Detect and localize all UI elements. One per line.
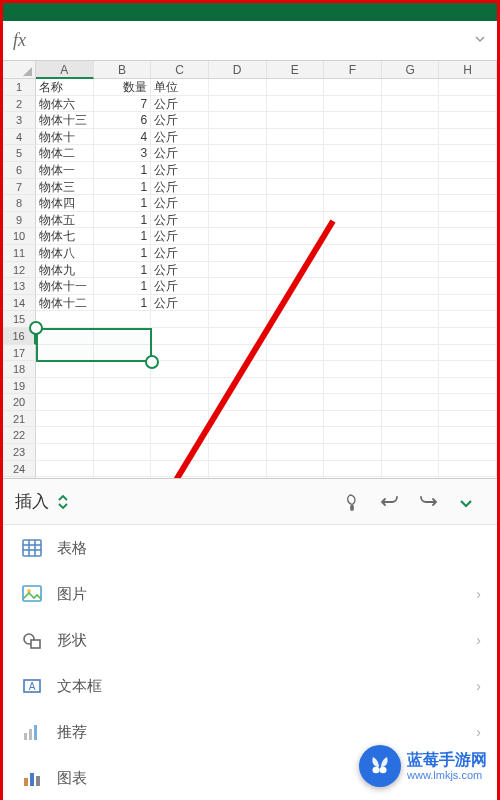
cell[interactable]: 公斤 bbox=[151, 295, 209, 312]
cell[interactable] bbox=[209, 477, 267, 479]
cell[interactable]: 物体十三 bbox=[36, 112, 94, 129]
cell[interactable] bbox=[267, 112, 325, 129]
cell[interactable]: 1 bbox=[94, 262, 152, 279]
cell[interactable] bbox=[324, 179, 382, 196]
cell[interactable] bbox=[94, 477, 152, 479]
cell[interactable]: 物体十二 bbox=[36, 295, 94, 312]
row-header[interactable]: 13 bbox=[3, 278, 36, 295]
cell[interactable]: 物体九 bbox=[36, 262, 94, 279]
cell[interactable]: 物体二 bbox=[36, 145, 94, 162]
cell[interactable] bbox=[151, 444, 209, 461]
cell[interactable] bbox=[382, 96, 440, 113]
cell[interactable] bbox=[324, 145, 382, 162]
cell[interactable] bbox=[267, 145, 325, 162]
row-header[interactable]: 22 bbox=[3, 427, 36, 444]
cell[interactable] bbox=[151, 394, 209, 411]
cell[interactable] bbox=[209, 427, 267, 444]
cell[interactable] bbox=[151, 411, 209, 428]
cell[interactable]: 1 bbox=[94, 228, 152, 245]
cell[interactable] bbox=[209, 162, 267, 179]
cell[interactable] bbox=[36, 378, 94, 395]
cell[interactable]: 物体四 bbox=[36, 195, 94, 212]
cell[interactable] bbox=[209, 145, 267, 162]
column-header[interactable]: E bbox=[267, 61, 325, 79]
cell[interactable] bbox=[382, 79, 440, 96]
cell[interactable] bbox=[94, 378, 152, 395]
cell[interactable] bbox=[36, 411, 94, 428]
cell[interactable] bbox=[267, 245, 325, 262]
cell[interactable]: 7 bbox=[94, 96, 152, 113]
cell[interactable] bbox=[209, 378, 267, 395]
cell[interactable] bbox=[267, 394, 325, 411]
cell[interactable] bbox=[382, 411, 440, 428]
cell[interactable] bbox=[382, 444, 440, 461]
cell[interactable] bbox=[324, 394, 382, 411]
cell[interactable] bbox=[382, 361, 440, 378]
cell[interactable] bbox=[382, 394, 440, 411]
cell[interactable] bbox=[439, 262, 497, 279]
row-header[interactable]: 6 bbox=[3, 162, 36, 179]
cell[interactable]: 物体七 bbox=[36, 228, 94, 245]
cell[interactable]: 公斤 bbox=[151, 228, 209, 245]
cell[interactable] bbox=[209, 394, 267, 411]
cell[interactable] bbox=[267, 79, 325, 96]
row-header[interactable]: 21 bbox=[3, 411, 36, 428]
row-headers[interactable]: 1234567891011121314151617181920212223242… bbox=[3, 79, 36, 479]
cell[interactable]: 数量 bbox=[94, 79, 152, 96]
cell[interactable] bbox=[324, 328, 382, 345]
cell[interactable]: 1 bbox=[94, 212, 152, 229]
cell[interactable] bbox=[382, 461, 440, 478]
cell[interactable] bbox=[439, 444, 497, 461]
cell[interactable] bbox=[324, 378, 382, 395]
cell[interactable]: 1 bbox=[94, 179, 152, 196]
cell[interactable] bbox=[382, 145, 440, 162]
cell[interactable] bbox=[267, 195, 325, 212]
cell[interactable] bbox=[36, 328, 94, 345]
cell[interactable] bbox=[151, 328, 209, 345]
column-header[interactable]: G bbox=[382, 61, 440, 79]
cell[interactable] bbox=[382, 129, 440, 146]
cell[interactable] bbox=[209, 345, 267, 362]
cell[interactable] bbox=[382, 311, 440, 328]
cell[interactable] bbox=[151, 361, 209, 378]
cell[interactable] bbox=[382, 228, 440, 245]
cell[interactable] bbox=[324, 195, 382, 212]
cell[interactable]: 3 bbox=[94, 145, 152, 162]
cell[interactable]: 公斤 bbox=[151, 179, 209, 196]
cell[interactable] bbox=[267, 328, 325, 345]
cell[interactable] bbox=[267, 361, 325, 378]
row-header[interactable]: 14 bbox=[3, 295, 36, 312]
cell[interactable] bbox=[439, 145, 497, 162]
cell[interactable]: 物体六 bbox=[36, 96, 94, 113]
cell[interactable]: 公斤 bbox=[151, 195, 209, 212]
cell[interactable] bbox=[209, 278, 267, 295]
cell[interactable]: 物体一 bbox=[36, 162, 94, 179]
cell[interactable] bbox=[382, 328, 440, 345]
column-header[interactable]: C bbox=[151, 61, 209, 79]
cell[interactable] bbox=[151, 477, 209, 479]
cell[interactable] bbox=[324, 477, 382, 479]
tell-me-button[interactable] bbox=[333, 490, 371, 513]
menu-item-picture[interactable]: 图片› bbox=[3, 571, 497, 617]
row-header[interactable]: 4 bbox=[3, 129, 36, 146]
cell[interactable] bbox=[439, 245, 497, 262]
cell[interactable]: 物体十 bbox=[36, 129, 94, 146]
cell[interactable] bbox=[324, 361, 382, 378]
cell[interactable]: 单位 bbox=[151, 79, 209, 96]
cell[interactable]: 6 bbox=[94, 112, 152, 129]
cell[interactable] bbox=[382, 345, 440, 362]
cell[interactable] bbox=[324, 427, 382, 444]
cell[interactable] bbox=[324, 444, 382, 461]
row-header[interactable]: 16 bbox=[3, 328, 36, 345]
ribbon-mode-selector[interactable]: 插入 bbox=[15, 490, 69, 513]
cell[interactable]: 物体三 bbox=[36, 179, 94, 196]
cell[interactable] bbox=[267, 427, 325, 444]
cell[interactable] bbox=[267, 228, 325, 245]
cell[interactable] bbox=[324, 162, 382, 179]
cell[interactable]: 物体五 bbox=[36, 212, 94, 229]
undo-button[interactable] bbox=[371, 490, 409, 514]
cell[interactable] bbox=[382, 278, 440, 295]
cell[interactable] bbox=[94, 444, 152, 461]
cell[interactable] bbox=[94, 394, 152, 411]
row-header[interactable]: 10 bbox=[3, 228, 36, 245]
